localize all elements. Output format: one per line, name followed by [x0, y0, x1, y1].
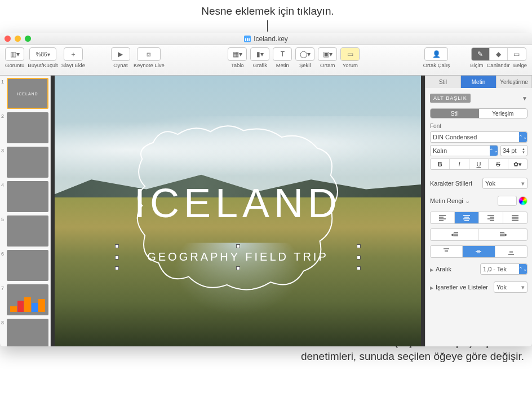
window-title-text: Iceland.key — [254, 35, 288, 43]
document-label: Belge — [513, 63, 527, 68]
format-button[interactable]: ✎ — [472, 48, 490, 60]
slide[interactable]: ICELAND GEOGRAPHY FIELD TRIP — [55, 76, 421, 346]
media-label: Ortam — [320, 63, 335, 68]
outdent-button[interactable] — [431, 229, 479, 240]
table-button[interactable]: ▦▾ — [228, 48, 246, 60]
slide-thumb[interactable]: 7 — [2, 284, 48, 315]
subtab-layout[interactable]: Yerleşim — [479, 109, 527, 118]
slide-canvas[interactable]: ICELAND GEOGRAPHY FIELD TRIP — [51, 76, 425, 346]
comment-label: Yorum — [343, 63, 358, 68]
valign-row — [430, 245, 527, 258]
valign-middle-button[interactable] — [463, 246, 495, 257]
spacing-label: Aralık — [436, 266, 451, 272]
collaborate-button[interactable]: 👤 — [425, 48, 447, 60]
animate-label: Canlandır — [486, 63, 509, 68]
shape-button[interactable]: ◯▾ — [296, 48, 314, 60]
text-color-label: Metin Rengi — [430, 197, 463, 204]
titlebar: Iceland.key — [0, 33, 532, 45]
zoom-button[interactable]: %86 ▾ — [30, 48, 56, 60]
advanced-button[interactable]: ✿▾ — [508, 159, 527, 169]
text-align-row — [430, 212, 527, 224]
font-size-stepper[interactable]: 34 pt▲▼ — [500, 145, 527, 156]
view-button[interactable]: ▥▾ — [6, 48, 24, 60]
keynote-live-button[interactable]: ⧈ — [138, 48, 160, 60]
annotation-top: Nesne eklemek için tıklayın. — [175, 5, 361, 19]
slide-thumb[interactable]: 6 — [2, 250, 48, 281]
paragraph-style[interactable]: ALT BAŞLIK — [430, 94, 471, 103]
collaborate-label: Ortak Çalış — [423, 63, 450, 68]
slide-thumb[interactable]: 1ICELAND — [2, 78, 48, 109]
media-button[interactable]: ▣▾ — [318, 48, 336, 60]
document-icon — [244, 36, 251, 42]
tab-style[interactable]: Stil — [425, 76, 461, 88]
slide-thumb[interactable]: 8 — [2, 319, 48, 346]
play-button[interactable]: ▶ — [112, 48, 130, 60]
text-button[interactable]: T — [273, 48, 291, 60]
bullets-label: İşaretler ve Listeler — [436, 284, 488, 291]
selection-handles — [117, 246, 359, 269]
slide-title[interactable]: ICELAND — [55, 180, 421, 226]
align-right-button[interactable] — [479, 212, 503, 223]
chevron-down-icon[interactable]: ▼ — [522, 95, 527, 102]
align-left-button[interactable] — [431, 212, 455, 223]
subtab-style[interactable]: Stil — [431, 109, 479, 118]
chart-button[interactable]: ▮▾ — [251, 48, 269, 60]
disclosure-triangle-icon[interactable]: ▶ — [430, 285, 433, 291]
toolbar: ▥▾ Görüntü %86 ▾ Büyüt/Küçült ＋ Slayt Ek… — [0, 45, 532, 76]
font-weight-select[interactable]: Kalın⌃⌄ — [430, 145, 498, 156]
disclosure-triangle-icon[interactable]: ▶ — [430, 267, 433, 272]
font-label: Font — [430, 123, 527, 129]
align-center-button[interactable] — [455, 212, 479, 223]
slide-thumb[interactable]: 2 — [2, 112, 48, 143]
valign-top-button[interactable] — [431, 246, 463, 257]
animate-button[interactable]: ◆ — [490, 48, 508, 60]
spacing-select[interactable]: 1,0 - Tek⌃⌄ — [480, 263, 527, 275]
zoom-label: Büyüt/Küçült — [28, 63, 57, 68]
bullets-select[interactable]: Yok▾ — [494, 281, 527, 293]
indent-button[interactable] — [479, 229, 527, 240]
indent-row — [430, 228, 527, 241]
slide-thumb[interactable]: 4 — [2, 181, 48, 212]
inspector-subtabs: Stil Yerleşim — [430, 108, 527, 118]
comment-button[interactable]: ▭ — [341, 48, 359, 60]
inspector-tabs: Stil Metin Yerleştirme — [425, 76, 532, 88]
slide-navigator[interactable]: 1ICELAND 2 3 4 5 6 7 8 — [0, 76, 51, 346]
add-slide-label: Slayt Ekle — [61, 63, 85, 68]
play-label: Oynat — [113, 63, 127, 68]
color-wheel-icon[interactable] — [518, 196, 527, 205]
slide-thumb[interactable]: 5 — [2, 215, 48, 247]
text-label: Metin — [276, 63, 289, 68]
format-inspector: Stil Metin Yerleştirme ALT BAŞLIK ▼ Stil… — [425, 76, 532, 346]
table-label: Tablo — [231, 63, 244, 68]
slide-thumb[interactable]: 3 — [2, 147, 48, 178]
annotation-line — [267, 20, 268, 32]
char-styles-select[interactable]: Yok▾ — [482, 178, 527, 189]
italic-button[interactable]: I — [450, 159, 469, 169]
strike-button[interactable]: S — [489, 159, 508, 169]
chart-label: Grafik — [253, 63, 267, 68]
tab-arrange[interactable]: Yerleştirme — [496, 76, 532, 88]
color-well[interactable] — [498, 196, 517, 206]
bold-button[interactable]: B — [431, 159, 450, 169]
char-styles-label: Karakter Stilleri — [430, 180, 472, 187]
align-justify-button[interactable] — [503, 212, 527, 223]
window-title: Iceland.key — [0, 35, 532, 43]
view-label: Görüntü — [5, 63, 24, 68]
font-family-select[interactable]: DIN Condensed⌃⌄ — [430, 131, 527, 143]
chevron-down-icon[interactable]: ⌄ — [465, 197, 470, 204]
app-window: Iceland.key ▥▾ Görüntü %86 ▾ Büyüt/Küçül… — [0, 33, 532, 346]
keynote-live-label: Keynote Live — [134, 63, 165, 68]
document-button[interactable]: ▭ — [508, 48, 526, 60]
shape-label: Şekil — [299, 63, 311, 68]
add-slide-button[interactable]: ＋ — [64, 48, 82, 60]
tab-text[interactable]: Metin — [461, 76, 496, 88]
underline-button[interactable]: U — [469, 159, 489, 169]
format-label: Biçim — [470, 63, 483, 68]
valign-bottom-button[interactable] — [495, 246, 527, 257]
